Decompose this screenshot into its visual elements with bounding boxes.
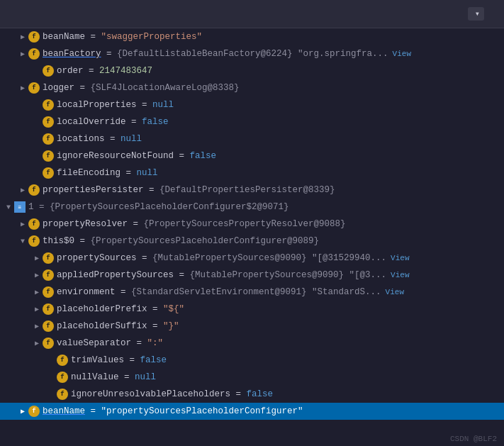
tree-row[interactable]: fbeanName = "swaggerProperties" xyxy=(0,28,504,45)
tree-row[interactable]: fvalueSeparator = ":" xyxy=(0,335,504,352)
tree-row[interactable]: fbeanName = "propertySourcesPlaceholderC… xyxy=(0,403,504,420)
equals-sign: = xyxy=(137,100,153,110)
var-value: {DefaultListableBeanFactory@6224} "org.s… xyxy=(117,49,388,59)
view-link[interactable]: View xyxy=(386,288,404,296)
tree-row[interactable]: flogger = {SLF4JLocationAwareLog@8338} xyxy=(0,79,504,96)
tree-arrow[interactable] xyxy=(31,339,43,347)
field-icon: f xyxy=(28,406,40,417)
tree-row[interactable]: flocalOverride = false xyxy=(0,113,504,130)
tree-row[interactable]: fthis$0 = {PropertySourcesPlaceholderCon… xyxy=(0,233,504,250)
field-icon: f xyxy=(57,372,68,383)
tree-arrow[interactable] xyxy=(17,407,28,416)
tree-row[interactable]: fpropertiesPersister = {DefaultPropertie… xyxy=(0,182,504,199)
equals-sign: = xyxy=(230,389,247,399)
equals-sign: = xyxy=(85,32,101,42)
row-text: fileEncoding = null xyxy=(57,168,454,178)
var-name: logger xyxy=(43,83,74,93)
debugger-panel: ▾ fbeanName = "swaggerProperties"fbeanFa… xyxy=(0,0,504,446)
var-value: null xyxy=(121,134,142,144)
tree-row[interactable]: fpropertySources = {MutablePropertySourc… xyxy=(0,250,504,267)
tree-row[interactable]: fpropertyResolver = {PropertySourcesProp… xyxy=(0,216,504,233)
var-value: {PropertySourcesPlaceholderConfigurer@90… xyxy=(91,236,320,246)
var-value: {StandardServletEnvironment@9091} "Stand… xyxy=(131,287,381,297)
var-name: propertiesPersister xyxy=(43,185,144,195)
tree-arrow[interactable] xyxy=(17,238,28,245)
view-link[interactable]: View xyxy=(391,271,409,279)
field-icon: f xyxy=(43,65,54,77)
var-name: fileEncoding xyxy=(57,168,121,178)
var-name: environment xyxy=(57,287,116,297)
var-value: "}" xyxy=(163,321,179,331)
equals-sign: = xyxy=(128,219,144,229)
var-name: order xyxy=(57,66,84,76)
var-name: trimValues xyxy=(71,355,124,365)
view-link[interactable]: View xyxy=(391,254,409,262)
field-icon: f xyxy=(57,355,68,366)
tree-arrow[interactable] xyxy=(31,322,43,330)
language-selector[interactable]: ▾ xyxy=(468,7,484,21)
equals-sign: = xyxy=(147,321,164,331)
var-value: "swaggerProperties" xyxy=(101,32,203,42)
var-value: ":" xyxy=(147,338,164,348)
view-link[interactable]: View xyxy=(393,50,411,58)
tree-arrow[interactable] xyxy=(17,33,28,41)
tree-row[interactable]: flocations = null xyxy=(0,130,504,147)
tree-row[interactable]: ffileEncoding = null xyxy=(0,165,504,182)
var-value: {DefaultPropertiesPersister@8339} xyxy=(159,185,335,195)
field-icon: f xyxy=(43,133,54,145)
equals-sign: = xyxy=(116,287,132,297)
tree-arrow[interactable] xyxy=(31,254,43,262)
tree-row[interactable]: fignoreResourceNotFound = false xyxy=(0,147,504,165)
tree-row[interactable]: flocalProperties = null xyxy=(0,96,504,113)
tree-arrow[interactable] xyxy=(17,220,28,228)
var-value: false xyxy=(142,117,169,127)
row-text: 1 = {PropertySourcesPlaceholderConfigure… xyxy=(28,202,454,212)
tree-row[interactable]: fenvironment = {StandardServletEnvironme… xyxy=(0,284,504,301)
tree-row[interactable]: fbeanFactory = {DefaultListableBeanFacto… xyxy=(0,45,504,62)
tree-row[interactable]: fnullValue = null xyxy=(0,369,504,386)
var-name: valueSeparator xyxy=(57,338,131,348)
row-text: valueSeparator = ":" xyxy=(57,338,454,348)
field-icon: f xyxy=(43,150,54,162)
equals-sign: = xyxy=(84,66,100,76)
var-name: ignoreResourceNotFound xyxy=(57,151,174,161)
equals-sign: = xyxy=(147,304,164,314)
field-icon: f xyxy=(43,167,54,179)
row-text: beanName = "propertySourcesPlaceholderCo… xyxy=(43,406,454,416)
equals-sign: = xyxy=(126,117,142,127)
var-value: {SLF4JLocationAwareLog@8338} xyxy=(91,83,240,93)
equals-sign: = xyxy=(131,338,147,348)
field-icon: f xyxy=(57,389,68,400)
equals-sign: = xyxy=(124,355,140,365)
expression-tree: fbeanName = "swaggerProperties"fbeanFact… xyxy=(0,28,504,446)
tree-arrow[interactable] xyxy=(17,50,28,58)
tree-arrow[interactable] xyxy=(31,271,43,279)
tree-row[interactable]: forder = 2147483647 xyxy=(0,62,504,79)
tree-row[interactable]: fappliedPropertySources = {MutableProper… xyxy=(0,267,504,284)
equals-sign: = xyxy=(174,270,190,280)
row-text: ignoreResourceNotFound = false xyxy=(57,151,454,161)
tree-row[interactable]: fignoreUnresolvablePlaceholders = false xyxy=(0,386,504,403)
tree-row[interactable]: fplaceholderSuffix = "}" xyxy=(0,318,504,335)
language-dropdown-icon[interactable]: ▾ xyxy=(475,9,480,19)
field-icon: f xyxy=(43,303,54,315)
tree-row[interactable]: ≡1 = {PropertySourcesPlaceholderConfigur… xyxy=(0,199,504,216)
var-name: beanFactory xyxy=(43,49,101,59)
row-text: placeholderSuffix = "}" xyxy=(57,321,454,331)
tree-arrow[interactable] xyxy=(17,186,28,194)
var-name: propertyResolver xyxy=(43,219,128,229)
tree-arrow[interactable] xyxy=(17,84,28,92)
field-icon: f xyxy=(28,82,40,94)
var-name: localOverride xyxy=(57,117,126,127)
var-name: locations xyxy=(57,134,105,144)
row-text: ignoreUnresolvablePlaceholders = false xyxy=(71,389,454,399)
row-text: logger = {SLF4JLocationAwareLog@8338} xyxy=(43,83,454,93)
tree-arrow[interactable] xyxy=(3,204,14,211)
tree-arrow[interactable] xyxy=(31,288,43,296)
toolbar: ▾ xyxy=(0,0,504,28)
var-name: propertySources xyxy=(57,253,137,263)
var-name: ignoreUnresolvablePlaceholders xyxy=(71,389,230,399)
tree-row[interactable]: fplaceholderPrefix = "${" xyxy=(0,301,504,318)
tree-arrow[interactable] xyxy=(31,305,43,313)
tree-row[interactable]: ftrimValues = false xyxy=(0,352,504,369)
